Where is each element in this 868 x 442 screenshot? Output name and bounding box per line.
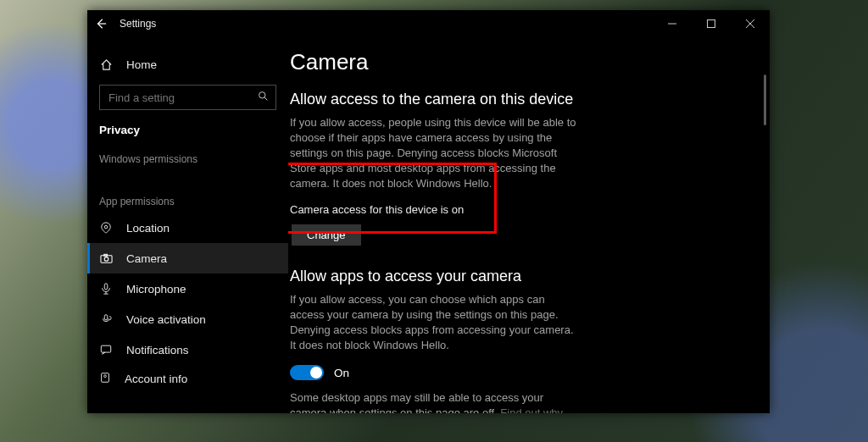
sidebar-item-label: Notifications xyxy=(126,344,189,356)
sidebar-item-label: Account info xyxy=(125,373,187,385)
window-title: Settings xyxy=(120,18,156,30)
titlebar: Settings xyxy=(87,10,770,37)
sidebar-item-label: Location xyxy=(126,222,170,235)
sidebar-section-windows-permissions[interactable]: Windows permissions xyxy=(87,136,288,170)
settings-window: Settings Home xyxy=(87,10,770,413)
content-pane: Camera Allow access to the camera on thi… xyxy=(288,37,770,413)
sidebar-group-current: Privacy xyxy=(87,113,288,136)
find-out-why-link[interactable]: Find out why xyxy=(500,406,563,413)
sidebar-section-app-permissions: App permissions xyxy=(87,170,288,213)
sidebar-item-label: Microphone xyxy=(126,283,186,296)
section-2-description: If you allow access, you can choose whic… xyxy=(290,292,578,353)
sidebar-item-label: Home xyxy=(126,58,157,71)
toggle-track xyxy=(290,365,324,380)
sidebar-item-home[interactable]: Home xyxy=(87,49,288,80)
svg-line-5 xyxy=(264,97,267,100)
account-icon xyxy=(99,372,111,386)
section-1-description: If you allow access, people using this d… xyxy=(290,115,578,191)
svg-point-4 xyxy=(259,92,265,98)
page-title: Camera xyxy=(290,49,753,75)
desktop-background: Settings Home xyxy=(0,0,868,442)
microphone-icon xyxy=(99,283,113,295)
svg-rect-1 xyxy=(708,20,715,28)
location-icon xyxy=(99,222,113,234)
sidebar-item-notifications[interactable]: Notifications xyxy=(87,334,288,365)
svg-point-14 xyxy=(104,374,107,377)
sidebar-item-camera[interactable]: Camera xyxy=(87,243,288,273)
toggle-thumb xyxy=(310,367,322,378)
arrow-left-icon xyxy=(95,18,107,30)
svg-point-6 xyxy=(104,225,108,229)
camera-access-status: Camera access for this device is on xyxy=(290,203,753,216)
back-button[interactable] xyxy=(87,10,114,37)
desktop-apps-note: Some desktop apps may still be able to a… xyxy=(290,390,578,413)
svg-rect-12 xyxy=(101,345,110,352)
vertical-scrollbar[interactable] xyxy=(764,75,766,125)
search-field[interactable] xyxy=(107,91,258,105)
minimize-button[interactable] xyxy=(653,10,692,37)
toggle-state-label: On xyxy=(334,367,349,379)
svg-rect-10 xyxy=(104,284,108,290)
svg-rect-7 xyxy=(100,255,111,262)
sidebar-item-label: Camera xyxy=(126,252,167,265)
apps-access-toggle[interactable]: On xyxy=(290,365,753,380)
section-2-heading: Allow apps to access your camera xyxy=(290,268,753,285)
sidebar-item-microphone[interactable]: Microphone xyxy=(87,273,288,304)
voice-icon xyxy=(99,313,113,325)
camera-icon xyxy=(99,252,113,265)
svg-rect-11 xyxy=(104,315,108,320)
search-icon xyxy=(258,91,269,104)
close-button[interactable] xyxy=(731,10,770,37)
sidebar-item-account-info[interactable]: Account info xyxy=(87,370,288,387)
search-input[interactable] xyxy=(99,85,276,110)
home-icon xyxy=(99,58,113,71)
section-1-heading: Allow access to the camera on this devic… xyxy=(290,91,753,108)
sidebar-item-location[interactable]: Location xyxy=(87,213,288,243)
notifications-icon xyxy=(99,344,113,356)
sidebar-item-voice-activation[interactable]: Voice activation xyxy=(87,304,288,334)
svg-point-8 xyxy=(104,257,108,261)
sidebar-item-label: Voice activation xyxy=(126,313,206,326)
change-button[interactable]: Change xyxy=(292,224,361,246)
maximize-button[interactable] xyxy=(692,10,731,37)
sidebar: Home Privacy Windows permissions App per… xyxy=(87,37,288,413)
